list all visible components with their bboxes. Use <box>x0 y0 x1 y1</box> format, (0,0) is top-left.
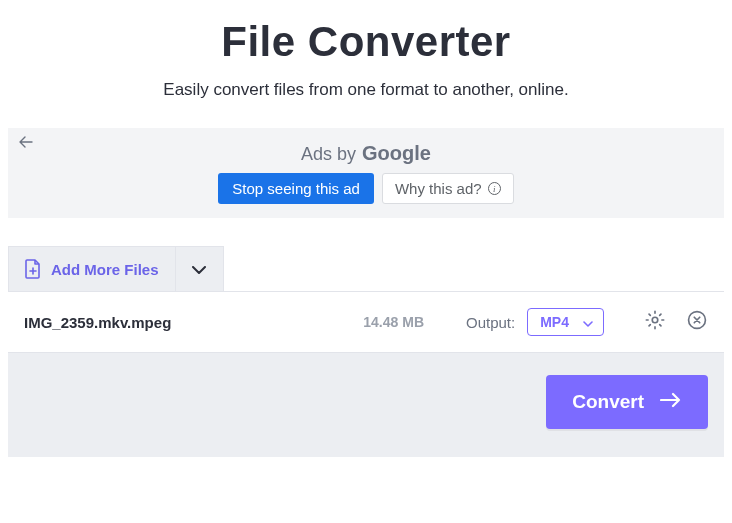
file-row: IMG_2359.mkv.mpeg 14.48 MB Output: MP4 <box>8 291 724 352</box>
arrow-right-icon <box>660 391 682 413</box>
gear-icon <box>644 309 666 335</box>
converter-footer: Convert <box>8 352 724 457</box>
file-size: 14.48 MB <box>363 314 424 330</box>
ad-stop-button[interactable]: Stop seeing this ad <box>218 173 374 204</box>
file-name: IMG_2359.mkv.mpeg <box>24 314 171 331</box>
ad-label-brand: Google <box>362 142 431 165</box>
chevron-down-icon <box>192 260 206 278</box>
output-label: Output: <box>466 314 515 331</box>
settings-button[interactable] <box>644 309 666 335</box>
converter-panel: Add More Files IMG_2359.mkv.mpeg 14.48 M… <box>8 246 724 457</box>
ad-label-prefix: Ads by <box>301 144 356 165</box>
ad-why-label: Why this ad? <box>395 180 482 197</box>
convert-button[interactable]: Convert <box>546 375 708 429</box>
output-format-select[interactable]: MP4 <box>527 308 604 336</box>
convert-button-label: Convert <box>572 391 644 413</box>
remove-file-button[interactable] <box>686 309 708 335</box>
ad-label: Ads by Google <box>301 142 431 165</box>
ad-banner: Ads by Google Stop seeing this ad Why th… <box>8 128 724 218</box>
file-plus-icon <box>25 259 41 279</box>
page-title: File Converter <box>0 18 732 66</box>
svg-point-0 <box>652 317 658 323</box>
ad-back-arrow-icon[interactable] <box>19 135 33 151</box>
ad-why-button[interactable]: Why this ad? i <box>382 173 514 204</box>
chevron-down-icon <box>583 314 593 330</box>
page-subtitle: Easily convert files from one format to … <box>0 80 732 100</box>
info-icon: i <box>488 182 501 195</box>
close-icon <box>686 309 708 335</box>
add-more-files-button[interactable]: Add More Files <box>8 246 176 291</box>
add-more-dropdown-button[interactable] <box>176 246 224 291</box>
output-format-value: MP4 <box>540 314 569 330</box>
add-more-files-label: Add More Files <box>51 261 159 278</box>
